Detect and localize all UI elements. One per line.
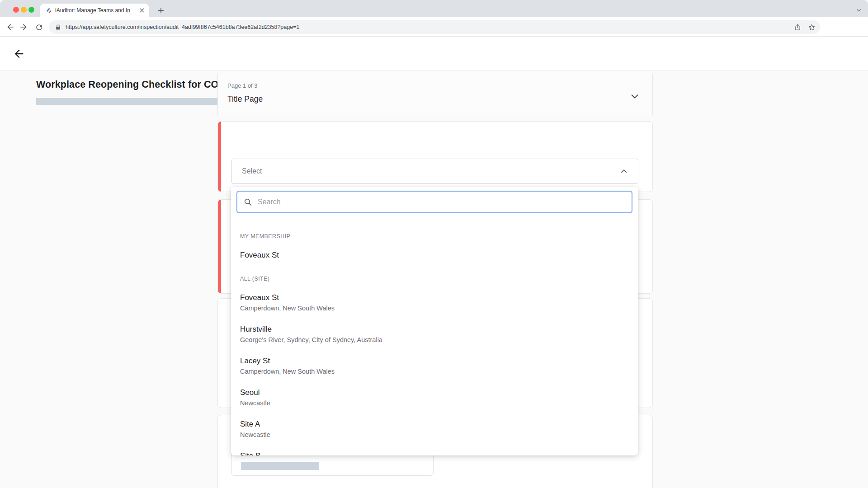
forward-arrow-icon [19, 23, 28, 32]
window-zoom-button[interactable] [28, 7, 34, 13]
label-skeleton-bar [241, 462, 319, 470]
site-option-membership-foveaux[interactable]: Foveaux St [231, 250, 638, 260]
site-conducted-card: * Site conducted Select [217, 121, 653, 192]
reload-icon [35, 23, 43, 32]
site-search-box[interactable] [236, 191, 632, 213]
lock-icon[interactable] [55, 24, 61, 30]
required-indicator-bar [218, 200, 221, 293]
tab-title: iAuditor: Manage Teams and In [55, 7, 137, 14]
page-navigation-panel[interactable]: Page 1 of 3 Title Page [217, 73, 653, 116]
inspection-header: Workplace Reopening Checklist for COVID-… [0, 37, 868, 71]
browser-tab[interactable]: iAuditor: Manage Teams and In [40, 4, 149, 17]
browser-tab-bar: iAuditor: Manage Teams and In [0, 0, 868, 17]
address-bar[interactable]: https://app.safetyculture.com/inspection… [49, 20, 820, 34]
chevron-up-icon[interactable] [620, 167, 628, 175]
section-header-all-site: ALL (SITE) [240, 276, 269, 282]
site-option-seoul[interactable]: Seoul Newcastle [231, 388, 638, 408]
reload-button[interactable] [33, 21, 45, 33]
window-minimize-button[interactable] [21, 7, 27, 13]
tab-search-chevron-icon[interactable] [856, 7, 862, 13]
plus-icon [158, 7, 164, 14]
required-indicator-bar [218, 122, 221, 192]
site-option-lacey[interactable]: Lacey St Camperdown, New South Wales [231, 356, 638, 376]
url-text[interactable]: https://app.safetyculture.com/inspection… [66, 24, 788, 30]
search-icon [244, 198, 252, 206]
site-option-foveaux[interactable]: Foveaux St Camperdown, New South Wales [231, 293, 638, 313]
back-arrow-icon [6, 23, 15, 32]
back-button[interactable] [5, 21, 16, 33]
site-select-dropdown: MY MEMBERSHIP Foveaux St ALL (SITE) Fove… [231, 187, 638, 455]
new-tab-button[interactable] [156, 5, 166, 16]
browser-toolbar: https://app.safetyculture.com/inspection… [0, 17, 868, 37]
site-option-site-b-clipped[interactable]: Site B [231, 451, 638, 455]
back-arrow-icon [13, 47, 25, 60]
bookmark-star-icon[interactable] [808, 23, 816, 31]
search-input[interactable] [258, 198, 625, 206]
select-value: Select [242, 167, 620, 175]
page-indicator: Page 1 of 3 [227, 82, 258, 89]
back-to-inspections-button[interactable] [13, 47, 25, 60]
favicon-safetyculture [45, 7, 52, 14]
tab-close-icon[interactable] [139, 8, 145, 13]
site-option-site-a[interactable]: Site A Newcastle [231, 419, 638, 439]
section-header-my-membership: MY MEMBERSHIP [240, 233, 290, 239]
site-select-control[interactable]: Select [231, 159, 638, 184]
forward-button[interactable] [18, 21, 29, 33]
page-title: Title Page [227, 94, 263, 104]
window-close-button[interactable] [13, 7, 19, 13]
chevron-down-icon[interactable] [630, 91, 640, 101]
share-icon[interactable] [794, 23, 802, 31]
site-option-hurstville[interactable]: Hurstville George's River, Sydney, City … [231, 324, 638, 344]
